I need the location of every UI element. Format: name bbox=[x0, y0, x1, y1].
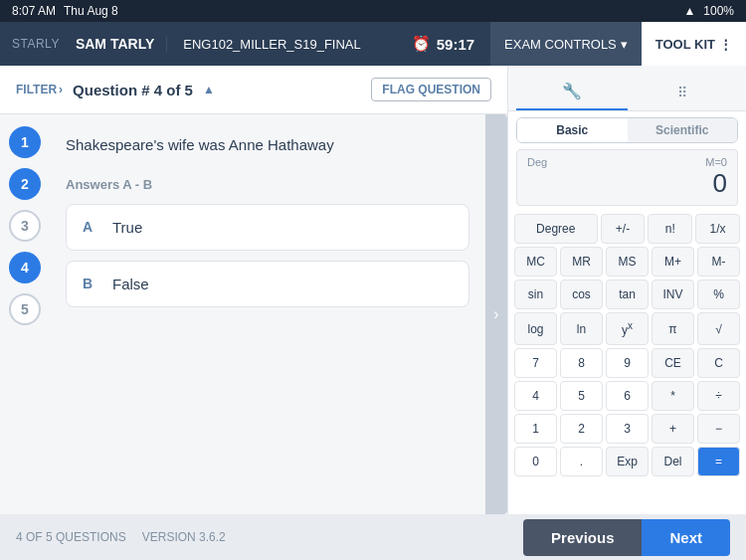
toolkit-tabs: 🔧 ⠿ bbox=[508, 66, 746, 111]
calc-mminus-btn[interactable]: M- bbox=[697, 247, 740, 277]
calc-memory-label: M=0 bbox=[705, 156, 727, 168]
grid-icon: ⠿ bbox=[677, 85, 688, 100]
question-nav-2[interactable]: 2 bbox=[9, 168, 41, 200]
next-button[interactable]: Next bbox=[642, 519, 730, 556]
question-header: FILTER › Question # 4 of 5 ▲ FLAG QUESTI… bbox=[0, 66, 507, 114]
calc-4-btn[interactable]: 4 bbox=[514, 381, 557, 411]
calc-ln-btn[interactable]: ln bbox=[560, 312, 603, 345]
answer-option-a[interactable]: A True bbox=[66, 204, 469, 251]
toolkit-tab-wrench[interactable]: 🔧 bbox=[516, 74, 628, 110]
question-nav-1[interactable]: 1 bbox=[9, 126, 41, 158]
status-bar: 8:07 AM Thu Aug 8 ▲ 100% bbox=[0, 0, 746, 22]
calc-pow-btn[interactable]: yx bbox=[606, 312, 649, 345]
calc-ce-btn[interactable]: CE bbox=[652, 348, 694, 378]
toolkit-panel: 🔧 ⠿ Basic Scientific Deg M=0 0 bbox=[507, 66, 746, 514]
calc-sin-btn[interactable]: sin bbox=[514, 280, 557, 309]
filter-button[interactable]: FILTER › bbox=[16, 83, 63, 96]
question-nav-5[interactable]: 5 bbox=[9, 293, 41, 325]
calc-mplus-btn[interactable]: M+ bbox=[652, 247, 694, 277]
version-label: VERSION 3.6.2 bbox=[142, 530, 226, 544]
chevron-down-icon: ▾ bbox=[621, 37, 628, 52]
calc-row-4: log ln yx π √ bbox=[514, 312, 740, 345]
calc-sqrt-btn[interactable]: √ bbox=[697, 312, 740, 345]
calc-3-btn[interactable]: 3 bbox=[606, 414, 649, 444]
calc-6-btn[interactable]: 6 bbox=[606, 381, 649, 411]
calc-2-btn[interactable]: 2 bbox=[560, 414, 603, 444]
answer-option-b[interactable]: B False bbox=[66, 261, 469, 307]
calc-tan-btn[interactable]: tan bbox=[606, 280, 649, 309]
calc-ms-btn[interactable]: MS bbox=[606, 247, 649, 277]
calc-multiply-btn[interactable]: * bbox=[652, 381, 694, 411]
calc-reciprocal-btn[interactable]: 1/x bbox=[695, 214, 740, 244]
expand-icon: › bbox=[493, 305, 498, 323]
answers-label: Answers A - B bbox=[66, 177, 469, 192]
calc-divide-btn[interactable]: ÷ bbox=[697, 381, 740, 411]
calc-decimal-btn[interactable]: . bbox=[560, 447, 603, 476]
calc-mr-btn[interactable]: MR bbox=[560, 247, 603, 277]
questions-count: 4 OF 5 QUESTIONS bbox=[16, 530, 126, 544]
calc-5-btn[interactable]: 5 bbox=[560, 381, 603, 411]
calculator-mode-tabs: Basic Scientific bbox=[516, 117, 738, 143]
calc-mode-basic[interactable]: Basic bbox=[517, 118, 628, 142]
battery-status: 100% bbox=[703, 4, 734, 18]
calc-row-3: sin cos tan INV % bbox=[514, 280, 740, 309]
calc-1-btn[interactable]: 1 bbox=[514, 414, 557, 444]
status-day: Thu Aug 8 bbox=[64, 4, 118, 18]
calc-percent-btn[interactable]: % bbox=[697, 280, 740, 309]
calc-cos-btn[interactable]: cos bbox=[560, 280, 603, 309]
question-chevron-icon: ▲ bbox=[203, 83, 215, 96]
calc-equals-btn[interactable]: = bbox=[697, 447, 740, 476]
calc-inv-btn[interactable]: INV bbox=[652, 280, 694, 309]
calc-exp-btn[interactable]: Exp bbox=[606, 447, 649, 476]
footer: 4 OF 5 QUESTIONS VERSION 3.6.2 Previous … bbox=[0, 514, 746, 560]
question-nav-3[interactable]: 3 bbox=[9, 210, 41, 242]
calc-del-btn[interactable]: Del bbox=[652, 447, 694, 476]
calc-scientific-label: Scientific bbox=[655, 123, 708, 137]
toolkit-tab-grid[interactable]: ⠿ bbox=[628, 74, 739, 110]
q-num-label: 4 bbox=[21, 260, 29, 276]
calc-mc-btn[interactable]: MC bbox=[514, 247, 557, 277]
content-area: 1 2 3 4 5 Shakespeare's wife was Anne Ha… bbox=[0, 114, 507, 514]
answer-text-b: False bbox=[112, 276, 149, 292]
exam-controls-label: EXAM CONTROLS bbox=[504, 37, 617, 52]
q-num-label: 1 bbox=[21, 134, 29, 150]
calc-c-btn[interactable]: C bbox=[697, 348, 740, 378]
calc-mode-scientific[interactable]: Scientific bbox=[628, 118, 738, 142]
calc-9-btn[interactable]: 9 bbox=[606, 348, 649, 378]
timer-value: 59:17 bbox=[437, 36, 474, 53]
status-time: 8:07 AM bbox=[12, 4, 56, 18]
calc-7-btn[interactable]: 7 bbox=[514, 348, 557, 378]
calc-8-btn[interactable]: 8 bbox=[560, 348, 603, 378]
timer: ⏰ 59:17 bbox=[396, 35, 490, 53]
question-content: Shakespeare's wife was Anne Hathaway Ans… bbox=[50, 114, 485, 514]
calc-log-btn[interactable]: log bbox=[514, 312, 557, 345]
calc-0-btn[interactable]: 0 bbox=[514, 447, 557, 476]
previous-button[interactable]: Previous bbox=[523, 519, 642, 556]
footer-info: 4 OF 5 QUESTIONS VERSION 3.6.2 bbox=[16, 530, 226, 544]
q-num-label: 3 bbox=[21, 218, 29, 234]
question-number: Question # 4 of 5 bbox=[73, 82, 193, 98]
toolkit-label: TOOL KIT bbox=[655, 37, 715, 52]
calc-pi-btn[interactable]: π bbox=[652, 312, 694, 345]
calc-add-btn[interactable]: + bbox=[652, 414, 694, 444]
answer-letter-b: B bbox=[83, 276, 100, 291]
calc-row-1: Degree +/- n! 1/x bbox=[514, 214, 740, 244]
exam-name: ENG102_MILLER_S19_FINAL bbox=[166, 37, 376, 52]
timer-icon: ⏰ bbox=[412, 35, 431, 53]
expand-button[interactable]: › bbox=[485, 114, 507, 514]
flag-question-button[interactable]: FLAG QUESTION bbox=[371, 78, 491, 101]
user-name: SAM TARLY bbox=[72, 36, 158, 52]
exam-controls-button[interactable]: EXAM CONTROLS ▾ bbox=[490, 22, 642, 66]
calc-row-5: 7 8 9 CE C bbox=[514, 348, 740, 378]
calc-plusminus-btn[interactable]: +/- bbox=[601, 214, 646, 244]
calculator-buttons: Degree +/- n! 1/x MC MR MS M+ M- sin cos… bbox=[508, 210, 746, 480]
question-nav-4[interactable]: 4 bbox=[9, 252, 41, 283]
question-sidebar: 1 2 3 4 5 bbox=[0, 114, 50, 514]
answer-text-a: True bbox=[112, 219, 142, 236]
footer-navigation: Previous Next bbox=[523, 519, 730, 556]
q-num-label: 2 bbox=[21, 176, 29, 192]
calc-subtract-btn[interactable]: − bbox=[697, 414, 740, 444]
calc-degree-btn[interactable]: Degree bbox=[514, 214, 598, 244]
calc-factorial-btn[interactable]: n! bbox=[648, 214, 692, 244]
toolkit-button[interactable]: TOOL KIT ⋮ bbox=[642, 22, 746, 66]
